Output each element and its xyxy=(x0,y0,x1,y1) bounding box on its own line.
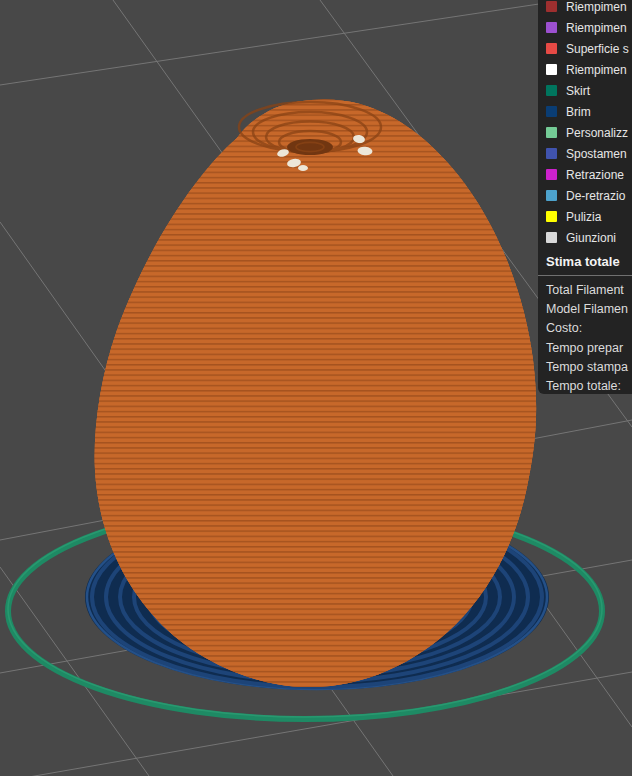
color-swatch xyxy=(546,169,557,180)
legend-item-riempimento-2[interactable]: Riempimen xyxy=(546,17,632,38)
feature-type-legend: Riempimen Riempimen Superficie s Riempim… xyxy=(546,0,632,248)
stat-costo: Costo: xyxy=(546,319,632,338)
legend-label: Brim xyxy=(566,105,591,119)
legend-item-superficie[interactable]: Superficie s xyxy=(546,38,632,59)
color-swatch xyxy=(546,1,557,12)
legend-label: Skirt xyxy=(566,84,590,98)
legend-item-de-retrazione[interactable]: De-retrazio xyxy=(546,185,632,206)
color-scheme-panel: Riempimen Riempimen Superficie s Riempim… xyxy=(538,0,632,394)
slicer-3d-viewport[interactable]: Riempimen Riempimen Superficie s Riempim… xyxy=(0,0,632,776)
legend-item-spostamento[interactable]: Spostamen xyxy=(546,143,632,164)
legend-item-riempimento-1[interactable]: Riempimen xyxy=(546,0,632,17)
printed-model xyxy=(95,99,536,687)
legend-label: Superficie s xyxy=(566,42,629,56)
legend-item-giunzioni[interactable]: Giunzioni xyxy=(546,227,632,248)
legend-label: De-retrazio xyxy=(566,189,625,203)
stat-tempo-preparazione: Tempo prepar xyxy=(546,339,632,358)
stat-tempo-stampa: Tempo stampa xyxy=(546,358,632,377)
stat-model-filament: Model Filamen xyxy=(546,300,632,319)
legend-item-brim[interactable]: Brim xyxy=(546,101,632,122)
legend-label: Riempimen xyxy=(566,63,627,77)
color-swatch xyxy=(546,127,557,138)
color-swatch xyxy=(546,148,557,159)
color-swatch xyxy=(546,64,557,75)
color-swatch xyxy=(546,190,557,201)
section-divider xyxy=(538,275,632,276)
legend-label: Giunzioni xyxy=(566,231,616,245)
legend-label: Personalizz xyxy=(566,126,628,140)
legend-label: Riempimen xyxy=(566,0,627,14)
vase-top-hole xyxy=(287,139,333,155)
stat-total-filament: Total Filament xyxy=(546,281,632,300)
stat-tempo-totale: Tempo totale: xyxy=(546,377,632,394)
color-swatch xyxy=(546,106,557,117)
color-swatch xyxy=(546,232,557,243)
legend-label: Pulizia xyxy=(566,210,601,224)
legend-item-skirt[interactable]: Skirt xyxy=(546,80,632,101)
legend-item-riempimento-3[interactable]: Riempimen xyxy=(546,59,632,80)
color-swatch xyxy=(546,43,557,54)
totals-section-title: Stima totale xyxy=(546,254,632,269)
legend-item-retrazione[interactable]: Retrazione xyxy=(546,164,632,185)
legend-label: Riempimen xyxy=(566,21,627,35)
legend-label: Spostamen xyxy=(566,147,627,161)
legend-label: Retrazione xyxy=(566,168,624,182)
legend-item-pulizia[interactable]: Pulizia xyxy=(546,206,632,227)
color-swatch xyxy=(546,22,557,33)
legend-item-personalizzato[interactable]: Personalizz xyxy=(546,122,632,143)
print-estimate-stats: Total Filament Model Filamen Costo: Temp… xyxy=(546,281,632,394)
color-swatch xyxy=(546,85,557,96)
color-swatch xyxy=(546,211,557,222)
